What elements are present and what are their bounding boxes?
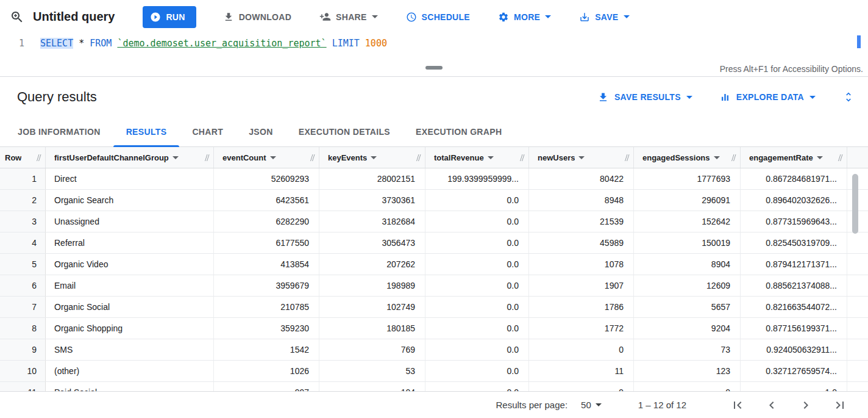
column-resize-handle-icon[interactable] <box>34 154 41 162</box>
table-cell: 1772 <box>529 318 634 339</box>
column-header-firstUserDefaultChannelGroup[interactable]: firstUserDefaultChannelGroup <box>46 147 214 168</box>
column-header-engagementRate[interactable]: engagementRate <box>741 147 847 168</box>
column-header-keyEvents[interactable]: keyEvents <box>319 147 425 168</box>
table-scrollbar-thumb[interactable] <box>852 174 858 234</box>
table-cell: 3056473 <box>319 232 425 253</box>
resize-drag-handle[interactable] <box>425 66 443 70</box>
row-number-cell: 2 <box>0 190 46 211</box>
row-number-cell: 7 <box>0 297 46 317</box>
row-number-header[interactable]: Row <box>0 147 46 168</box>
column-header-newUsers[interactable]: newUsers <box>529 147 634 168</box>
save-button-label: SAVE <box>595 12 618 22</box>
table-cell: 104 <box>319 382 425 391</box>
explore-data-label: EXPLORE DATA <box>736 92 804 102</box>
more-button[interactable]: MORE <box>492 6 557 28</box>
column-header-eventCount[interactable]: eventCount <box>214 147 319 168</box>
table-cell: 0.0 <box>425 211 529 232</box>
row-number-cell: 11 <box>0 382 46 391</box>
table-cell: Paid Social <box>46 382 214 391</box>
query-toolbar: Untitled query RUN DOWNLOAD SHARE <box>0 0 868 34</box>
table-cell: SMS <box>46 339 214 360</box>
tab-execution-details[interactable]: EXECUTION DETAILS <box>286 117 403 146</box>
table-cell: 0.0 <box>425 361 529 381</box>
table-cell: 73 <box>634 339 741 360</box>
explore-data-button[interactable]: EXPLORE DATA <box>719 92 816 103</box>
column-resize-handle-icon[interactable] <box>517 154 525 162</box>
schedule-button[interactable]: SCHEDULE <box>400 6 476 28</box>
tab-job-information[interactable]: JOB INFORMATION <box>5 117 113 146</box>
table-cell: 6423561 <box>214 190 319 211</box>
chevron-right-icon <box>799 398 813 413</box>
table-row: 4Referral617755030564730.0459891500190.8… <box>0 232 868 254</box>
column-header-label: engagedSessions <box>642 153 710 162</box>
expand-collapse-button[interactable] <box>842 91 855 103</box>
tab-chart[interactable]: CHART <box>179 117 236 146</box>
column-header-label: eventCount <box>222 153 266 162</box>
column-dropdown-icon[interactable] <box>817 156 823 159</box>
sql-table-reference-link[interactable]: `demo.demoset.user_acquisition_report` <box>117 38 326 49</box>
table-cell: 9 <box>529 382 634 391</box>
run-button[interactable]: RUN <box>143 6 196 28</box>
table-cell: 0.0 <box>425 382 529 391</box>
share-button[interactable]: SHARE <box>313 6 384 28</box>
table-cell: 123 <box>634 361 741 381</box>
editor-scrollbar-thumb[interactable] <box>857 35 861 48</box>
column-dropdown-icon[interactable] <box>578 156 585 159</box>
table-cell: 0.327127659574... <box>741 361 847 381</box>
table-cell: 997 <box>214 382 319 391</box>
column-resize-handle-icon[interactable] <box>307 154 315 162</box>
download-button[interactable]: DOWNLOAD <box>217 6 297 28</box>
column-dropdown-icon[interactable] <box>270 156 276 159</box>
clock-icon <box>406 12 417 23</box>
column-resize-handle-icon[interactable] <box>835 154 843 162</box>
sql-keyword-select: SELECT <box>40 38 73 49</box>
table-cell: 0.867284681971... <box>741 168 847 189</box>
first-page-icon <box>730 398 745 413</box>
table-cell: 45989 <box>529 232 634 253</box>
table-cell: 150019 <box>634 232 741 253</box>
table-cell: 102749 <box>319 297 425 317</box>
play-circle-icon <box>150 12 161 23</box>
tab-json[interactable]: JSON <box>236 117 286 146</box>
table-cell: 0 <box>529 339 634 360</box>
next-page-button[interactable] <box>796 395 816 415</box>
column-resize-handle-icon[interactable] <box>413 154 421 162</box>
save-results-button[interactable]: SAVE RESULTS <box>597 92 692 103</box>
column-resize-handle-icon[interactable] <box>622 154 630 162</box>
table-cell: 0.877156199371... <box>741 318 847 339</box>
column-dropdown-icon[interactable] <box>488 156 494 159</box>
column-dropdown-icon[interactable] <box>371 156 377 159</box>
sql-code-line[interactable]: SELECT * FROM `demo.demoset.user_acquisi… <box>32 34 387 63</box>
column-resize-handle-icon[interactable] <box>202 154 210 162</box>
sql-editor[interactable]: 1 SELECT * FROM `demo.demoset.user_acqui… <box>0 34 868 63</box>
table-cell: 3959679 <box>214 275 319 296</box>
column-header-totalRevenue[interactable]: totalRevenue <box>425 147 529 168</box>
save-button[interactable]: SAVE <box>573 6 635 28</box>
column-resize-handle-icon[interactable] <box>728 154 736 162</box>
results-per-page-select[interactable]: 50 <box>581 400 602 410</box>
chevron-down-icon <box>686 96 692 99</box>
table-cell: 0.0 <box>425 254 529 275</box>
table-cell: 1777693 <box>634 168 741 189</box>
column-dropdown-icon[interactable] <box>714 156 720 159</box>
table-scrollbar-track[interactable] <box>852 170 858 390</box>
table-cell: 1907 <box>529 275 634 296</box>
table-cell: 80422 <box>529 168 634 189</box>
table-row: 6Email39596791989890.01907126090.8856213… <box>0 275 868 297</box>
query-results-header: Query results SAVE RESULTS EXPLORE DATA <box>0 77 868 117</box>
table-cell: 1026 <box>214 361 319 381</box>
tab-results[interactable]: RESULTS <box>113 117 180 146</box>
pagination-range: 1 – 12 of 12 <box>638 400 686 410</box>
column-dropdown-icon[interactable] <box>173 156 179 159</box>
table-cell: 0.879412171371... <box>741 254 847 275</box>
last-page-button[interactable] <box>830 395 850 415</box>
results-per-page-label: Results per page: <box>496 400 568 410</box>
table-cell: 6282290 <box>214 211 319 232</box>
column-header-engagedSessions[interactable]: engagedSessions <box>634 147 741 168</box>
column-header-label: Row <box>5 153 21 162</box>
tab-execution-graph[interactable]: EXECUTION GRAPH <box>403 117 514 146</box>
first-page-button[interactable] <box>728 395 747 415</box>
save-results-label: SAVE RESULTS <box>614 92 681 102</box>
previous-page-button[interactable] <box>762 395 781 415</box>
sql-keyword-from: FROM <box>90 38 112 49</box>
